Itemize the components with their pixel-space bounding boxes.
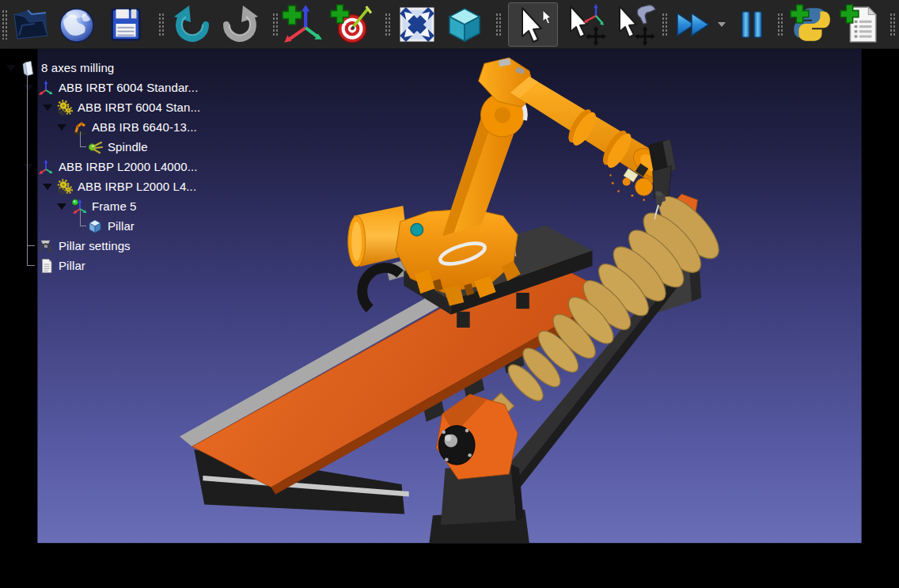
machining-settings-icon [38, 238, 54, 254]
tree-item-pillar-program[interactable]: Pillar [0, 256, 237, 275]
frame-icon [38, 80, 54, 96]
undo-button[interactable] [169, 2, 212, 47]
tool-icon [87, 139, 103, 155]
globe-icon [56, 3, 97, 46]
expand-arrow[interactable] [43, 104, 52, 111]
redo-arrow-icon [221, 4, 262, 45]
tree-item-label: ABB IRBP L2000 L4... [78, 180, 196, 193]
expand-arrow[interactable] [24, 85, 33, 91]
expand-arrow[interactable] [57, 203, 66, 210]
fast-forward-icon [672, 4, 713, 45]
mechanism-icon [57, 100, 73, 116]
tree-item-label: Pillar [59, 259, 85, 272]
python-plus-icon [790, 3, 833, 46]
pause-icon [737, 4, 767, 45]
tree-item-label: Frame 5 [92, 199, 137, 213]
tree-item-irb6640-robot[interactable]: ABB IRB 6640-13... [0, 117, 237, 137]
toolbar-separator [777, 13, 783, 36]
toolbar-separator [495, 13, 502, 36]
cube-object-icon [87, 218, 103, 234]
toolbar-separator [158, 13, 165, 36]
fast-simulation-dropdown-caret[interactable] [718, 22, 726, 27]
tree-item-station[interactable]: 8 axes milling [0, 58, 237, 78]
add-python-program-button[interactable] [788, 2, 834, 47]
tree-connector [80, 131, 86, 147]
redo-button[interactable] [220, 2, 263, 47]
cursor-icon [511, 4, 556, 45]
move-tool-button[interactable] [611, 2, 658, 47]
fit-all-button[interactable] [396, 2, 438, 47]
tree-item-label: ABB IRB 6640-13... [92, 120, 197, 134]
tree-item-label: ABB IRBT 6004 Stan... [78, 101, 200, 114]
toolbar-separator [890, 13, 896, 36]
add-program-button[interactable] [837, 2, 885, 47]
tree-item-irbp-frame[interactable]: ABB IRBP L2000 L4000... [0, 157, 237, 176]
floppy-disk-icon [106, 5, 146, 44]
isometric-view-button[interactable] [443, 2, 486, 47]
tree-item-irbt6004-frame[interactable]: ABB IRBT 6004 Standar... [0, 78, 237, 97]
tree-item-label: Pillar [108, 219, 135, 233]
expand-arrow[interactable] [57, 124, 66, 131]
save-button[interactable] [104, 2, 147, 47]
tree-connector [28, 245, 35, 246]
tree-connector [80, 211, 86, 226]
tree-item-label: ABB IRBT 6004 Standar... [59, 81, 198, 94]
document-icon [38, 258, 54, 274]
fast-simulation-button[interactable] [671, 2, 726, 47]
select-button[interactable] [508, 2, 558, 47]
move-reference-button[interactable] [562, 2, 609, 47]
expand-arrow[interactable] [6, 65, 16, 71]
plus-target-icon [330, 3, 373, 46]
tree-item-irbt6004-mechanism[interactable]: ABB IRBT 6004 Stan... [0, 97, 237, 117]
station-icon [21, 60, 36, 76]
pause-button[interactable] [736, 2, 768, 47]
toolbar-separator [272, 13, 279, 36]
station-tree: 8 axes milling ABB IRBT 6004 Standar... [0, 49, 237, 286]
tree-connector [28, 265, 35, 266]
cursor-frame-move-icon [563, 3, 609, 46]
tree-item-label: Pillar settings [59, 239, 131, 252]
open-folder-icon [10, 4, 51, 45]
expand-arrow[interactable] [43, 184, 52, 190]
tree-connector [27, 76, 28, 266]
online-library-button[interactable] [55, 2, 98, 47]
cursor-tool-move-icon [612, 3, 658, 46]
fit-all-icon [396, 4, 438, 45]
tree-item-spindle-tool[interactable]: Spindle [0, 137, 237, 157]
undo-arrow-icon [170, 4, 211, 45]
tree-item-label: 8 axes milling [41, 61, 114, 74]
frame-icon [38, 159, 54, 175]
toolbar-separator [385, 13, 391, 36]
toolbar-handle[interactable] [2, 9, 8, 40]
plus-frame-icon [281, 3, 324, 46]
add-target-button[interactable] [329, 2, 374, 47]
program-plus-icon [840, 3, 882, 46]
tree-item-pillar-object[interactable]: Pillar [0, 216, 237, 236]
tree-item-label: ABB IRBP L2000 L4000... [59, 160, 197, 173]
mechanism-icon [57, 179, 73, 195]
add-reference-frame-button[interactable] [280, 2, 324, 47]
toolbar-separator [662, 13, 668, 36]
expand-arrow[interactable] [24, 164, 33, 170]
tree-item-irbp-mechanism[interactable]: ABB IRBP L2000 L4... [0, 176, 237, 196]
cube-icon [444, 4, 485, 45]
main-toolbar [0, 0, 899, 49]
tree-item-frame5[interactable]: Frame 5 [0, 196, 237, 216]
open-button[interactable] [9, 2, 52, 47]
tree-item-pillar-settings[interactable]: Pillar settings [0, 236, 237, 256]
tree-item-label: Spindle [108, 140, 148, 154]
